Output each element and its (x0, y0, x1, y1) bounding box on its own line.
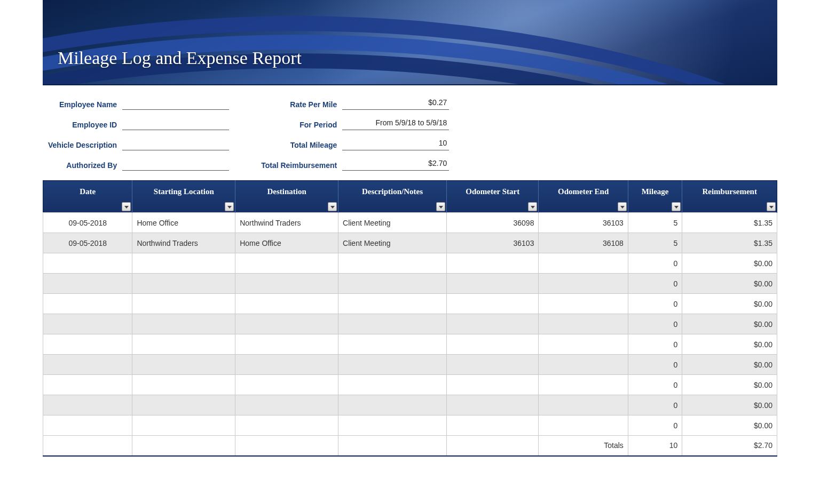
cell-mileage[interactable]: 0 (628, 355, 682, 375)
cell-dest[interactable] (235, 355, 338, 375)
cell-start[interactable] (132, 334, 235, 355)
filter-dropdown-icon[interactable] (528, 202, 537, 211)
cell-desc[interactable] (338, 314, 447, 334)
cell-date[interactable] (43, 294, 132, 314)
cell-odometer-end[interactable] (539, 355, 628, 375)
cell-start[interactable] (132, 375, 235, 395)
cell-reimbursement[interactable]: $0.00 (682, 314, 777, 334)
cell-start[interactable] (132, 253, 235, 274)
cell-date[interactable] (43, 395, 132, 415)
employee-id-field[interactable] (122, 118, 229, 130)
cell-odometer-start[interactable]: 36103 (446, 233, 539, 253)
cell-odometer-start[interactable]: 36098 (446, 213, 539, 233)
authorized-by-field[interactable] (122, 159, 229, 171)
cell-mileage[interactable]: 0 (628, 415, 682, 436)
cell-reimbursement[interactable]: $0.00 (682, 355, 777, 375)
cell-desc[interactable] (338, 355, 447, 375)
cell-date[interactable] (43, 334, 132, 355)
cell-date[interactable] (43, 355, 132, 375)
cell-odometer-end[interactable] (539, 294, 628, 314)
cell-odometer-start[interactable] (446, 294, 539, 314)
rate-per-mile-field[interactable]: $0.27 (342, 98, 449, 110)
cell-dest[interactable] (235, 415, 338, 436)
cell-dest[interactable] (235, 375, 338, 395)
cell-date[interactable] (43, 415, 132, 436)
cell-mileage[interactable]: 5 (628, 233, 682, 253)
cell-desc[interactable] (338, 253, 447, 274)
cell-date[interactable] (43, 314, 132, 334)
cell-reimbursement[interactable]: $0.00 (682, 253, 777, 274)
cell-date[interactable]: 09-05-2018 (43, 233, 132, 253)
cell-start[interactable] (132, 314, 235, 334)
cell-odometer-end[interactable] (539, 334, 628, 355)
cell-start[interactable] (132, 395, 235, 415)
filter-dropdown-icon[interactable] (672, 202, 681, 211)
cell-odometer-end[interactable] (539, 274, 628, 294)
cell-reimbursement[interactable]: $0.00 (682, 415, 777, 436)
cell-date[interactable] (43, 253, 132, 274)
cell-dest[interactable]: Home Office (235, 233, 338, 253)
cell-reimbursement[interactable]: $0.00 (682, 375, 777, 395)
cell-dest[interactable] (235, 314, 338, 334)
filter-dropdown-icon[interactable] (122, 202, 131, 211)
cell-odometer-end[interactable]: 36108 (539, 233, 628, 253)
cell-mileage[interactable]: 0 (628, 253, 682, 274)
cell-odometer-end[interactable] (539, 314, 628, 334)
cell-desc[interactable] (338, 274, 447, 294)
cell-odometer-end[interactable] (539, 253, 628, 274)
for-period-field[interactable]: From 5/9/18 to 5/9/18 (342, 118, 449, 130)
cell-desc[interactable] (338, 334, 447, 355)
cell-desc[interactable] (338, 415, 447, 436)
cell-reimbursement[interactable]: $0.00 (682, 395, 777, 415)
cell-mileage[interactable]: 0 (628, 314, 682, 334)
cell-odometer-start[interactable] (446, 415, 539, 436)
filter-dropdown-icon[interactable] (225, 202, 234, 211)
cell-mileage[interactable]: 0 (628, 334, 682, 355)
cell-desc[interactable] (338, 375, 447, 395)
cell-odometer-end[interactable] (539, 375, 628, 395)
cell-date[interactable] (43, 375, 132, 395)
cell-mileage[interactable]: 5 (628, 213, 682, 233)
cell-odometer-start[interactable] (446, 375, 539, 395)
cell-start[interactable]: Northwind Traders (132, 233, 235, 253)
cell-odometer-start[interactable] (446, 334, 539, 355)
cell-dest[interactable] (235, 294, 338, 314)
filter-dropdown-icon[interactable] (328, 202, 337, 211)
cell-reimbursement[interactable]: $1.35 (682, 233, 777, 253)
cell-start[interactable] (132, 355, 235, 375)
cell-start[interactable] (132, 294, 235, 314)
cell-odometer-start[interactable] (446, 274, 539, 294)
cell-desc[interactable]: Client Meeting (338, 233, 447, 253)
vehicle-desc-field[interactable] (122, 139, 229, 150)
cell-odometer-start[interactable] (446, 314, 539, 334)
cell-date[interactable]: 09-05-2018 (43, 213, 132, 233)
cell-dest[interactable] (235, 274, 338, 294)
cell-odometer-end[interactable] (539, 415, 628, 436)
cell-mileage[interactable]: 0 (628, 395, 682, 415)
cell-dest[interactable]: Northwind Traders (235, 213, 338, 233)
cell-start[interactable]: Home Office (132, 213, 235, 233)
cell-desc[interactable]: Client Meeting (338, 213, 447, 233)
cell-desc[interactable] (338, 294, 447, 314)
cell-odometer-start[interactable] (446, 253, 539, 274)
filter-dropdown-icon[interactable] (767, 202, 776, 211)
cell-dest[interactable] (235, 334, 338, 355)
cell-start[interactable] (132, 274, 235, 294)
cell-dest[interactable] (235, 395, 338, 415)
cell-reimbursement[interactable]: $0.00 (682, 274, 777, 294)
cell-odometer-start[interactable] (446, 395, 539, 415)
cell-dest[interactable] (235, 253, 338, 274)
cell-reimbursement[interactable]: $0.00 (682, 294, 777, 314)
filter-dropdown-icon[interactable] (436, 202, 445, 211)
cell-mileage[interactable]: 0 (628, 375, 682, 395)
cell-mileage[interactable]: 0 (628, 274, 682, 294)
cell-reimbursement[interactable]: $0.00 (682, 334, 777, 355)
cell-desc[interactable] (338, 395, 447, 415)
cell-date[interactable] (43, 274, 132, 294)
cell-odometer-end[interactable] (539, 395, 628, 415)
employee-name-field[interactable] (122, 98, 229, 110)
cell-start[interactable] (132, 415, 235, 436)
cell-mileage[interactable]: 0 (628, 294, 682, 314)
cell-odometer-end[interactable]: 36103 (539, 213, 628, 233)
filter-dropdown-icon[interactable] (618, 202, 627, 211)
